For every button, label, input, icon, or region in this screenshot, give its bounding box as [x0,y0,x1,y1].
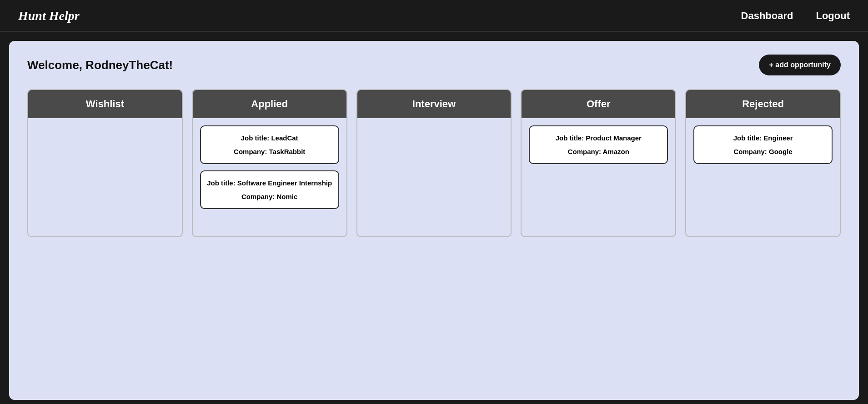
card-applied-1[interactable]: Job title: Software Engineer Internship … [200,170,339,209]
card-job-title: Job title: Product Manager [535,134,662,143]
column-body-applied: Job title: LeadCat Company: TaskRabbit J… [193,118,346,236]
column-body-interview [357,118,511,236]
navbar: Hunt Helpr Dashboard Logout [0,0,868,32]
card-offer-0[interactable]: Job title: Product Manager Company: Amaz… [529,125,668,164]
dashboard-link[interactable]: Dashboard [741,10,793,22]
card-job-title: Job title: Software Engineer Internship [206,179,333,188]
card-rejected-0[interactable]: Job title: Engineer Company: Google [693,125,833,164]
column-header-offer: Offer [522,90,675,118]
kanban-board: Wishlist Applied Job title: LeadCat Comp… [27,89,841,237]
column-offer: Offer Job title: Product Manager Company… [521,89,676,237]
add-opportunity-button[interactable]: + add opportunity [759,55,841,75]
welcome-title: Welcome, RodneyTheCat! [27,58,173,72]
logout-link[interactable]: Logout [816,10,850,22]
card-company: Company: Nomic [206,192,333,201]
column-header-wishlist: Wishlist [28,90,182,118]
column-body-wishlist [28,118,182,236]
column-applied: Applied Job title: LeadCat Company: Task… [192,89,347,237]
card-company: Company: TaskRabbit [206,147,333,156]
card-company: Company: Google [700,147,826,156]
card-job-title: Job title: LeadCat [206,134,333,143]
page-header: Welcome, RodneyTheCat! + add opportunity [27,55,841,75]
column-body-offer: Job title: Product Manager Company: Amaz… [522,118,675,236]
column-rejected: Rejected Job title: Engineer Company: Go… [685,89,841,237]
column-header-applied: Applied [193,90,346,118]
nav-links: Dashboard Logout [741,10,850,22]
column-header-rejected: Rejected [686,90,840,118]
column-body-rejected: Job title: Engineer Company: Google [686,118,840,236]
card-applied-0[interactable]: Job title: LeadCat Company: TaskRabbit [200,125,339,164]
column-interview: Interview [356,89,512,237]
column-wishlist: Wishlist [27,89,183,237]
card-job-title: Job title: Engineer [700,134,826,143]
column-header-interview: Interview [357,90,511,118]
main-content: Welcome, RodneyTheCat! + add opportunity… [9,41,859,400]
app-logo: Hunt Helpr [18,9,80,23]
card-company: Company: Amazon [535,147,662,156]
